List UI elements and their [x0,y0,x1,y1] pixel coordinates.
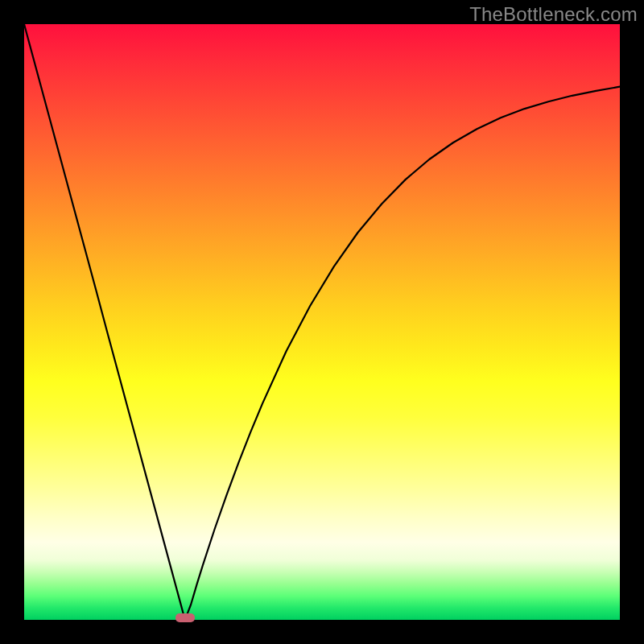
optimum-marker [175,613,195,622]
curve-svg [24,24,620,620]
plot-area [24,24,620,620]
chart-container: TheBottleneck.com [0,0,644,644]
bottleneck-curve [24,24,620,620]
watermark-text: TheBottleneck.com [469,3,638,26]
